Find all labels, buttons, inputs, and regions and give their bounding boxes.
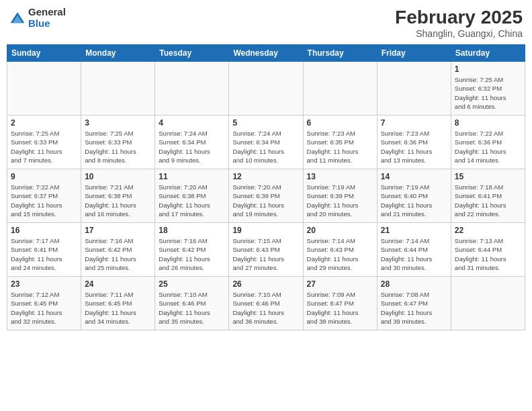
table-cell <box>377 62 451 116</box>
table-cell: 27Sunrise: 7:09 AM Sunset: 6:47 PM Dayli… <box>303 277 377 330</box>
table-cell: 19Sunrise: 7:15 AM Sunset: 6:43 PM Dayli… <box>229 223 303 277</box>
day-info: Sunrise: 7:12 AM Sunset: 6:45 PM Dayligh… <box>11 290 77 326</box>
day-number: 24 <box>85 279 151 289</box>
header-monday: Monday <box>81 45 155 62</box>
table-cell <box>303 62 377 116</box>
table-cell: 20Sunrise: 7:14 AM Sunset: 6:43 PM Dayli… <box>303 223 377 277</box>
day-info: Sunrise: 7:22 AM Sunset: 6:36 PM Dayligh… <box>455 129 521 165</box>
day-info: Sunrise: 7:14 AM Sunset: 6:43 PM Dayligh… <box>307 236 373 272</box>
day-number: 9 <box>11 172 77 181</box>
table-cell: 21Sunrise: 7:14 AM Sunset: 6:44 PM Dayli… <box>377 223 451 277</box>
day-info: Sunrise: 7:16 AM Sunset: 6:42 PM Dayligh… <box>159 236 225 272</box>
day-info: Sunrise: 7:15 AM Sunset: 6:43 PM Dayligh… <box>232 236 299 272</box>
table-cell: 12Sunrise: 7:20 AM Sunset: 6:39 PM Dayli… <box>229 169 303 223</box>
day-info: Sunrise: 7:22 AM Sunset: 6:37 PM Dayligh… <box>11 183 77 218</box>
table-cell: 25Sunrise: 7:10 AM Sunset: 6:46 PM Dayli… <box>155 277 229 330</box>
day-info: Sunrise: 7:16 AM Sunset: 6:42 PM Dayligh… <box>85 236 151 272</box>
day-header-row: Sunday Monday Tuesday Wednesday Thursday… <box>7 45 525 62</box>
day-number: 5 <box>232 118 299 128</box>
header-saturday: Saturday <box>451 45 525 62</box>
table-cell: 28Sunrise: 7:08 AM Sunset: 6:47 PM Dayli… <box>377 277 451 330</box>
day-info: Sunrise: 7:09 AM Sunset: 6:47 PM Dayligh… <box>307 290 373 326</box>
day-number: 15 <box>455 172 521 181</box>
day-number: 3 <box>85 118 151 128</box>
table-cell: 16Sunrise: 7:17 AM Sunset: 6:41 PM Dayli… <box>7 223 81 277</box>
week-row-1: 1Sunrise: 7:25 AM Sunset: 6:32 PM Daylig… <box>7 62 525 116</box>
day-number: 8 <box>455 118 521 128</box>
table-cell: 14Sunrise: 7:19 AM Sunset: 6:40 PM Dayli… <box>377 169 451 223</box>
table-cell: 1Sunrise: 7:25 AM Sunset: 6:32 PM Daylig… <box>451 62 525 116</box>
day-info: Sunrise: 7:11 AM Sunset: 6:45 PM Dayligh… <box>85 290 151 326</box>
table-cell <box>155 62 229 116</box>
week-row-3: 9Sunrise: 7:22 AM Sunset: 6:37 PM Daylig… <box>7 169 525 223</box>
table-cell <box>451 277 525 330</box>
day-info: Sunrise: 7:10 AM Sunset: 6:46 PM Dayligh… <box>232 290 299 326</box>
day-info: Sunrise: 7:13 AM Sunset: 6:44 PM Dayligh… <box>455 236 521 272</box>
day-info: Sunrise: 7:08 AM Sunset: 6:47 PM Dayligh… <box>381 290 447 326</box>
day-info: Sunrise: 7:25 AM Sunset: 6:33 PM Dayligh… <box>85 129 151 165</box>
table-cell: 11Sunrise: 7:20 AM Sunset: 6:38 PM Dayli… <box>155 169 229 223</box>
day-number: 12 <box>232 172 299 181</box>
day-number: 22 <box>455 226 521 235</box>
day-number: 17 <box>85 226 151 235</box>
table-cell <box>81 62 155 116</box>
table-cell: 7Sunrise: 7:23 AM Sunset: 6:36 PM Daylig… <box>377 116 451 169</box>
day-info: Sunrise: 7:17 AM Sunset: 6:41 PM Dayligh… <box>11 236 77 272</box>
header: General Blue February 2025 Shanglin, Gua… <box>7 7 525 39</box>
table-cell: 26Sunrise: 7:10 AM Sunset: 6:46 PM Dayli… <box>229 277 303 330</box>
table-cell: 10Sunrise: 7:21 AM Sunset: 6:38 PM Dayli… <box>81 169 155 223</box>
day-info: Sunrise: 7:18 AM Sunset: 6:41 PM Dayligh… <box>455 183 521 218</box>
day-number: 1 <box>455 64 521 74</box>
table-cell: 5Sunrise: 7:24 AM Sunset: 6:34 PM Daylig… <box>229 116 303 169</box>
table-cell <box>7 62 81 116</box>
month-title: February 2025 <box>395 7 523 28</box>
day-number: 14 <box>381 172 447 181</box>
day-number: 19 <box>232 226 299 235</box>
day-info: Sunrise: 7:25 AM Sunset: 6:32 PM Dayligh… <box>455 75 521 111</box>
header-thursday: Thursday <box>303 45 377 62</box>
day-info: Sunrise: 7:25 AM Sunset: 6:33 PM Dayligh… <box>11 129 77 165</box>
location: Shanglin, Guangxi, China <box>395 28 523 39</box>
day-number: 23 <box>11 279 77 289</box>
day-number: 20 <box>307 226 373 235</box>
table-cell: 24Sunrise: 7:11 AM Sunset: 6:45 PM Dayli… <box>81 277 155 330</box>
day-info: Sunrise: 7:19 AM Sunset: 6:39 PM Dayligh… <box>307 183 373 218</box>
day-number: 13 <box>307 172 373 181</box>
header-tuesday: Tuesday <box>155 45 229 62</box>
table-cell: 2Sunrise: 7:25 AM Sunset: 6:33 PM Daylig… <box>7 116 81 169</box>
calendar-table: Sunday Monday Tuesday Wednesday Thursday… <box>7 44 525 330</box>
table-cell: 6Sunrise: 7:23 AM Sunset: 6:35 PM Daylig… <box>303 116 377 169</box>
day-info: Sunrise: 7:23 AM Sunset: 6:35 PM Dayligh… <box>307 129 373 165</box>
day-info: Sunrise: 7:19 AM Sunset: 6:40 PM Dayligh… <box>381 183 447 218</box>
table-cell: 18Sunrise: 7:16 AM Sunset: 6:42 PM Dayli… <box>155 223 229 277</box>
table-cell: 3Sunrise: 7:25 AM Sunset: 6:33 PM Daylig… <box>81 116 155 169</box>
day-number: 16 <box>11 226 77 235</box>
day-number: 25 <box>159 279 225 289</box>
header-sunday: Sunday <box>7 45 81 62</box>
table-cell: 8Sunrise: 7:22 AM Sunset: 6:36 PM Daylig… <box>451 116 525 169</box>
logo-icon <box>9 10 26 26</box>
day-number: 2 <box>11 118 77 128</box>
logo-general-text: General <box>28 7 66 18</box>
day-info: Sunrise: 7:21 AM Sunset: 6:38 PM Dayligh… <box>85 183 151 218</box>
day-number: 18 <box>159 226 225 235</box>
day-number: 7 <box>381 118 447 128</box>
day-number: 26 <box>232 279 299 289</box>
day-info: Sunrise: 7:24 AM Sunset: 6:34 PM Dayligh… <box>159 129 225 165</box>
day-info: Sunrise: 7:20 AM Sunset: 6:38 PM Dayligh… <box>159 183 225 218</box>
table-cell: 23Sunrise: 7:12 AM Sunset: 6:45 PM Dayli… <box>7 277 81 330</box>
day-number: 10 <box>85 172 151 181</box>
header-friday: Friday <box>377 45 451 62</box>
day-info: Sunrise: 7:10 AM Sunset: 6:46 PM Dayligh… <box>159 290 225 326</box>
week-row-2: 2Sunrise: 7:25 AM Sunset: 6:33 PM Daylig… <box>7 116 525 169</box>
day-info: Sunrise: 7:24 AM Sunset: 6:34 PM Dayligh… <box>232 129 299 165</box>
day-number: 6 <box>307 118 373 128</box>
logo-text: General Blue <box>28 7 66 29</box>
day-number: 21 <box>381 226 447 235</box>
week-row-5: 23Sunrise: 7:12 AM Sunset: 6:45 PM Dayli… <box>7 277 525 330</box>
day-number: 28 <box>381 279 447 289</box>
table-cell: 17Sunrise: 7:16 AM Sunset: 6:42 PM Dayli… <box>81 223 155 277</box>
table-cell <box>229 62 303 116</box>
table-cell: 9Sunrise: 7:22 AM Sunset: 6:37 PM Daylig… <box>7 169 81 223</box>
week-row-4: 16Sunrise: 7:17 AM Sunset: 6:41 PM Dayli… <box>7 223 525 277</box>
